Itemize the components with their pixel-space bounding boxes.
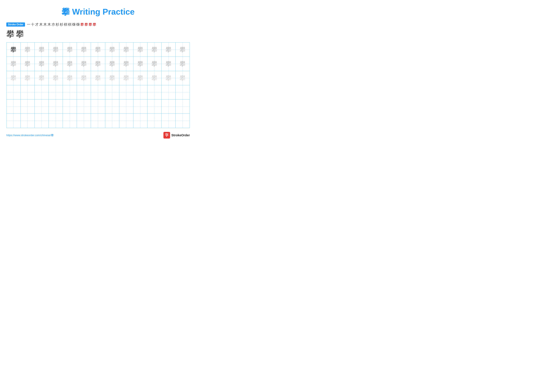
grid-row[interactable]: 攀攀攀攀攀攀攀攀攀攀攀攀攀 [7, 71, 190, 85]
grid-cell[interactable]: 攀 [49, 57, 63, 71]
cell-character: 攀 [137, 74, 143, 82]
grid-cell[interactable]: 攀 [7, 71, 21, 85]
grid-cell[interactable] [161, 114, 175, 128]
grid-cell[interactable] [133, 114, 147, 128]
grid-cell[interactable]: 攀 [35, 71, 49, 85]
grid-row[interactable] [7, 114, 190, 128]
grid-cell[interactable] [7, 100, 21, 114]
grid-cell[interactable] [21, 114, 35, 128]
grid-cell[interactable]: 攀 [21, 57, 35, 71]
grid-cell[interactable]: 攀 [147, 71, 161, 85]
grid-cell[interactable]: 攀 [119, 43, 133, 57]
cell-character: 攀 [67, 74, 73, 82]
grid-cell[interactable]: 攀 [21, 43, 35, 57]
grid-cell[interactable] [161, 100, 175, 114]
grid-row[interactable]: 攀攀攀攀攀攀攀攀攀攀攀攀攀 [7, 57, 190, 71]
cell-character: 攀 [10, 74, 16, 82]
cell-character: 攀 [137, 60, 143, 68]
grid-cell[interactable]: 攀 [77, 71, 91, 85]
grid-cell[interactable]: 攀 [63, 71, 77, 85]
grid-cell[interactable] [7, 114, 21, 128]
grid-cell[interactable] [147, 100, 161, 114]
grid-cell[interactable] [105, 85, 119, 99]
grid-cell[interactable] [49, 85, 63, 99]
grid-cell[interactable]: 攀 [35, 57, 49, 71]
grid-cell[interactable] [119, 100, 133, 114]
stroke-order-badge: Stroke Order [6, 22, 25, 27]
grid-cell[interactable] [35, 100, 49, 114]
cell-character: 攀 [39, 60, 45, 68]
grid-cell[interactable] [63, 85, 77, 99]
grid-cell[interactable]: 攀 [175, 57, 190, 71]
cell-character: 攀 [24, 74, 30, 82]
grid-row[interactable] [7, 100, 190, 114]
grid-cell[interactable] [77, 85, 91, 99]
grid-cell[interactable] [133, 85, 147, 99]
grid-cell[interactable] [175, 85, 190, 99]
grid-cell[interactable]: 攀 [175, 43, 190, 57]
stroke-step: 木 [47, 22, 51, 27]
final-chars-row: 攀攀 [6, 29, 190, 40]
grid-cell[interactable] [63, 114, 77, 128]
grid-cell[interactable] [105, 100, 119, 114]
grid-cell[interactable]: 攀 [161, 43, 175, 57]
grid-cell[interactable] [91, 114, 105, 128]
grid-cell[interactable] [119, 114, 133, 128]
grid-cell[interactable]: 攀 [105, 43, 119, 57]
cell-character: 攀 [53, 60, 59, 68]
grid-cell[interactable] [21, 85, 35, 99]
grid-cell[interactable]: 攀 [161, 57, 175, 71]
cell-character: 攀 [10, 60, 16, 68]
grid-cell[interactable]: 攀 [91, 71, 105, 85]
grid-cell[interactable]: 攀 [119, 57, 133, 71]
stroke-step: 一 [27, 22, 30, 27]
grid-cell[interactable]: 攀 [147, 57, 161, 71]
grid-cell[interactable]: 攀 [175, 71, 190, 85]
grid-cell[interactable] [161, 85, 175, 99]
grid-cell[interactable] [35, 85, 49, 99]
grid-cell[interactable]: 攀 [133, 43, 147, 57]
grid-cell[interactable] [49, 114, 63, 128]
grid-cell[interactable] [175, 114, 190, 128]
grid-cell[interactable] [21, 100, 35, 114]
grid-cell[interactable] [77, 114, 91, 128]
grid-cell[interactable]: 攀 [7, 43, 21, 57]
grid-cell[interactable]: 攀 [7, 57, 21, 71]
grid-cell[interactable]: 攀 [105, 71, 119, 85]
grid-cell[interactable] [63, 100, 77, 114]
grid-cell[interactable]: 攀 [77, 43, 91, 57]
grid-cell[interactable] [49, 100, 63, 114]
grid-cell[interactable]: 攀 [91, 57, 105, 71]
grid-cell[interactable]: 攀 [63, 43, 77, 57]
grid-cell[interactable] [91, 100, 105, 114]
cell-character: 攀 [151, 74, 157, 82]
grid-cell[interactable]: 攀 [133, 57, 147, 71]
grid-cell[interactable]: 攀 [147, 43, 161, 57]
grid-cell[interactable] [147, 85, 161, 99]
grid-cell[interactable]: 攀 [63, 57, 77, 71]
grid-cell[interactable] [119, 85, 133, 99]
grid-cell[interactable] [175, 100, 190, 114]
grid-cell[interactable] [35, 114, 49, 128]
grid-cell[interactable]: 攀 [161, 71, 175, 85]
grid-cell[interactable]: 攀 [133, 71, 147, 85]
cell-character: 攀 [109, 74, 115, 82]
grid-cell[interactable]: 攀 [91, 43, 105, 57]
grid-cell[interactable]: 攀 [105, 57, 119, 71]
grid-cell[interactable] [133, 100, 147, 114]
grid-cell[interactable] [147, 114, 161, 128]
grid-cell[interactable]: 攀 [119, 71, 133, 85]
grid-cell[interactable] [91, 85, 105, 99]
grid-row[interactable]: 攀攀攀攀攀攀攀攀攀攀攀攀攀 [7, 43, 190, 57]
grid-cell[interactable]: 攀 [21, 71, 35, 85]
grid-cell[interactable]: 攀 [49, 71, 63, 85]
grid-cell[interactable] [7, 85, 21, 99]
grid-cell[interactable]: 攀 [35, 43, 49, 57]
cell-character: 攀 [109, 60, 115, 68]
footer-url[interactable]: https://www.strokeorder.com/chinese/攀 [6, 134, 54, 137]
grid-cell[interactable]: 攀 [49, 43, 63, 57]
grid-cell[interactable]: 攀 [77, 57, 91, 71]
grid-cell[interactable] [105, 114, 119, 128]
grid-cell[interactable] [77, 100, 91, 114]
grid-row[interactable] [7, 85, 190, 100]
